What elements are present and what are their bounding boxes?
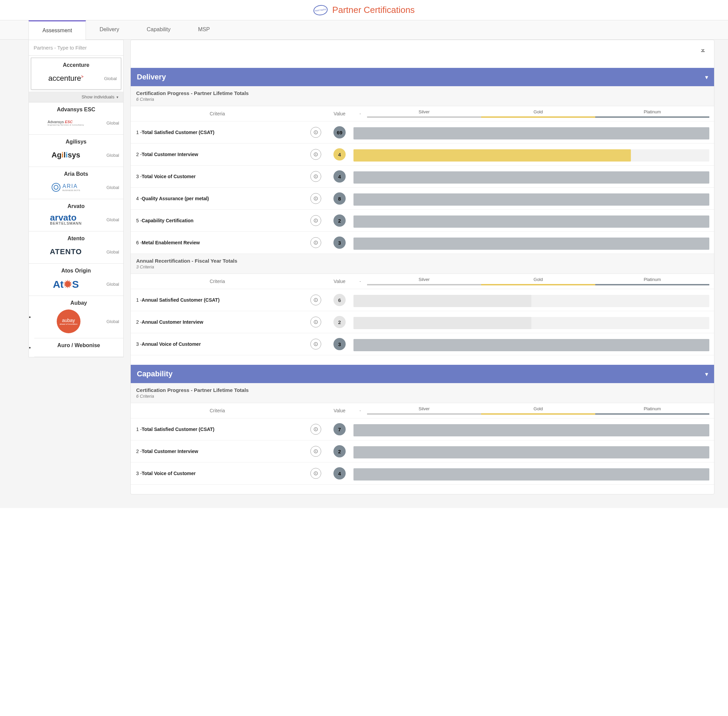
partner-name: Accenture	[35, 62, 117, 68]
partner-name: Agilisys	[33, 139, 119, 145]
progress-bar	[354, 295, 709, 307]
criteria-row: 3 -Total Voice of Customer4	[131, 165, 714, 188]
svg-point-26	[316, 343, 316, 343]
criteria-row: 2 -Annual Customer Interview2	[131, 311, 714, 333]
partner-scope: Global	[99, 185, 119, 190]
info-icon[interactable]	[310, 339, 321, 349]
show-individuals-toggle[interactable]: Show individuals▾	[29, 92, 123, 103]
progress-bar	[354, 127, 709, 140]
value-badge: 3	[333, 338, 346, 350]
info-icon[interactable]	[310, 317, 321, 328]
tier-label: Silver	[367, 406, 481, 415]
criteria-name: 3 -Total Voice of Customer	[131, 169, 304, 184]
partner-item[interactable]: Aria BotsARIABUSINESS BOTSGlobal	[29, 167, 123, 199]
tab-msp[interactable]: MSP	[184, 20, 224, 39]
criteria-name: 3 -Annual Voice of Customer	[131, 337, 304, 352]
partner-name: Atento	[33, 235, 119, 241]
criteria-name: 2 -Annual Customer Interview	[131, 314, 304, 329]
info-icon[interactable]	[310, 215, 321, 226]
criteria-row: 3 -Annual Voice of Customer3	[131, 333, 714, 355]
section-title: Capability	[137, 370, 172, 378]
criteria-row: 1 -Annual Satisfied Customer (CSAT)6	[131, 289, 714, 311]
criteria-row: 4 -Quality Assurance (per metal)8	[131, 188, 714, 210]
group-header: Annual Recertification - Fiscal Year Tot…	[131, 254, 714, 274]
svg-point-14	[316, 220, 316, 220]
partner-logo: ARIABUSINESS BOTS	[33, 181, 99, 194]
group-title: Certification Progress - Partner Lifetim…	[136, 387, 709, 393]
value-badge: 69	[333, 126, 346, 138]
progress-bar	[354, 446, 709, 458]
info-icon[interactable]	[310, 149, 321, 160]
criteria-row: 2 -Total Customer Interview2	[131, 440, 714, 463]
info-icon[interactable]	[310, 193, 321, 204]
partner-name: Arvato	[33, 203, 119, 209]
main-panel: Delivery▾Certification Progress - Partne…	[131, 40, 714, 495]
value-badge: 2	[333, 445, 346, 457]
section-header-capability[interactable]: Capability▾	[131, 365, 714, 383]
criteria-table-header: CriteriaValue-SilverGoldPlatinum	[131, 106, 714, 121]
svg-point-32	[316, 450, 316, 451]
group-header: Certification Progress - Partner Lifetim…	[131, 86, 714, 106]
criteria-row: 1 -Total Satisfied Customer (CSAT)69	[131, 121, 714, 144]
criteria-row: 6 -Metal Enablement Review3	[131, 232, 714, 254]
criteria-row: 1 -Total Satisfied Customer (CSAT)7	[131, 419, 714, 440]
partner-name: Auro / Webonise	[38, 342, 119, 349]
partner-item[interactable]: Accentureaccenture>Global	[31, 58, 121, 90]
partner-scope: Global	[96, 76, 117, 81]
tab-bar: AssessmentDeliveryCapabilityMSP	[0, 20, 728, 40]
partner-item[interactable]: Aubayaubayahead of innovationGlobal	[34, 296, 123, 338]
tier-label: Gold	[481, 277, 595, 285]
progress-bar	[354, 339, 709, 351]
criteria-table-header: CriteriaValue-SilverGoldPlatinum	[131, 274, 714, 289]
partner-scope: Global	[99, 153, 119, 158]
tier-label: Silver	[367, 277, 481, 285]
chevron-down-icon: ▾	[117, 95, 119, 99]
partner-item[interactable]: ArvatoarvatoBERTELSMANNGlobal	[29, 199, 123, 231]
page-title: Partner Certifications	[333, 5, 415, 15]
svg-point-23	[316, 321, 316, 322]
partner-filter-input[interactable]	[29, 40, 123, 56]
progress-bar	[354, 193, 709, 206]
info-icon[interactable]	[310, 294, 321, 305]
info-icon[interactable]	[310, 171, 321, 182]
info-icon[interactable]	[310, 237, 321, 248]
criteria-name: 2 -Total Customer Interview	[131, 147, 304, 162]
partner-scope: Global	[99, 217, 119, 222]
progress-bar	[354, 468, 709, 481]
info-icon[interactable]	[310, 127, 321, 138]
criteria-name: 1 -Total Satisfied Customer (CSAT)	[131, 125, 304, 140]
value-badge: 4	[333, 148, 346, 161]
partner-item[interactable]: AtentoATENTOGlobal	[29, 231, 123, 264]
value-badge: 4	[333, 170, 346, 182]
partner-name: Aria Bots	[33, 171, 119, 177]
partner-item[interactable]: Auro / Webonise	[34, 338, 123, 357]
partner-item[interactable]: AgilisysAgilisysGlobal	[29, 135, 123, 167]
tier-label: Gold	[481, 109, 595, 118]
partner-item[interactable]: Advansys ESCAdvansys ESCEngineering Serv…	[29, 103, 123, 135]
criteria-name: 4 -Quality Assurance (per metal)	[131, 191, 304, 206]
group-subtitle: 6 Criteria	[136, 394, 709, 399]
progress-bar	[354, 215, 709, 228]
section-header-delivery[interactable]: Delivery▾	[131, 68, 714, 86]
svg-point-5	[316, 153, 316, 154]
criteria-row: 5 -Capability Certification2	[131, 210, 714, 232]
partner-logo: accenture>	[35, 71, 96, 85]
criteria-name: 1 -Total Satisfied Customer (CSAT)	[131, 422, 304, 437]
tab-delivery[interactable]: Delivery	[86, 20, 133, 39]
criteria-row: 2 -Total Customer Interview4	[131, 144, 714, 165]
partner-name: Atos Origin	[33, 268, 119, 274]
tab-assessment[interactable]: Assessment	[29, 20, 86, 40]
partner-item[interactable]: Atos OriginAt✹SGlobal	[29, 264, 123, 296]
tier-label: Platinum	[595, 406, 709, 415]
info-icon[interactable]	[310, 446, 321, 457]
info-icon[interactable]	[310, 424, 321, 435]
criteria-name: 1 -Annual Satisfied Customer (CSAT)	[131, 293, 304, 308]
criteria-table-header: CriteriaValue-SilverGoldPlatinum	[131, 403, 714, 419]
info-icon[interactable]	[310, 468, 321, 479]
group-subtitle: 3 Criteria	[136, 264, 709, 269]
tab-capability[interactable]: Capability	[133, 20, 184, 39]
svg-point-2	[316, 131, 316, 132]
download-icon[interactable]	[700, 47, 706, 54]
partners-sidebar: Accentureaccenture>GlobalShow individual…	[29, 40, 124, 357]
partner-scope: Global	[99, 249, 119, 255]
